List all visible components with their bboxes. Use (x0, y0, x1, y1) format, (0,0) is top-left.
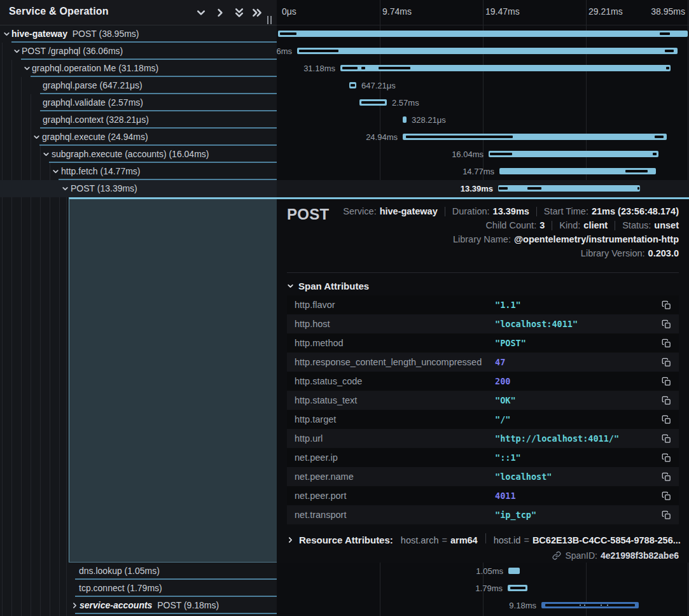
copy-icon[interactable] (662, 510, 671, 520)
attribute-value: "1.1" (495, 300, 521, 310)
resource-key: host.id (494, 535, 521, 545)
collapse-all-double-chevron-down-icon[interactable] (234, 8, 244, 18)
attribute-key: http.url (295, 433, 323, 444)
tree-row-service-accounts-post[interactable]: service-accounts POST (9.18ms) (0, 597, 277, 614)
copy-icon[interactable] (662, 434, 671, 444)
tree-row-graphql-context[interactable]: graphql.context (328.21μs) (0, 111, 277, 129)
expand-one-chevron-right-icon[interactable] (215, 8, 225, 18)
copy-icon[interactable] (662, 300, 671, 310)
copy-icon[interactable] (662, 358, 671, 367)
span-bar-service-accounts-post[interactable] (541, 602, 639, 608)
indent-guide (40, 146, 41, 616)
duration-label: 31.18ms (303, 64, 335, 73)
attribute-key: http.target (295, 414, 336, 424)
tree-row-graphql-validate[interactable]: graphql.validate (2.57ms) (0, 94, 277, 111)
attribute-value: "ip_tcp" (495, 510, 536, 520)
meta-line: Library Version:0.203.0 (581, 246, 679, 260)
copy-icon[interactable] (662, 396, 671, 405)
child-span-mark (406, 136, 513, 138)
copy-icon[interactable] (662, 377, 671, 386)
chevron-down-icon[interactable] (52, 168, 59, 175)
span-bar-post-graphql[interactable] (297, 48, 678, 54)
span-bar-graphql-parse[interactable] (349, 82, 356, 88)
timeline-row-post-graphql: 36.06ms (277, 43, 689, 60)
attribute-value: 200 (495, 376, 510, 386)
span-bar-graphql-context[interactable] (403, 116, 407, 123)
selected-span-detail-region (69, 197, 277, 563)
attribute-value: "http://localhost:4011/" (495, 433, 619, 444)
tree-row-graphql-parse[interactable]: graphql.parse (647.21μs) (0, 77, 277, 94)
span-attributes-section-toggle[interactable]: Span Attributes (287, 281, 369, 291)
tree-row-subgraph-execute-accounts[interactable]: subgraph.execute (accounts) (16.04ms) (0, 146, 277, 163)
tree-row-http-fetch[interactable]: http.fetch (14.77ms) (0, 163, 277, 180)
resource-attributes-title: Resource Attributes: (299, 535, 393, 545)
copy-icon[interactable] (662, 472, 671, 482)
duration-label: 24.94ms (366, 132, 398, 142)
timeline-row-graphql-validate: 2.57ms (277, 94, 689, 111)
tree-row-dns-lookup[interactable]: dns.lookup (1.05ms) (0, 563, 277, 580)
meta-label: Start Time: (544, 206, 588, 216)
span-bar-tcp-connect[interactable] (508, 585, 527, 591)
child-span-mark (527, 187, 541, 190)
meta-value: 3 (539, 220, 545, 230)
span-bar-dns-lookup[interactable] (508, 568, 520, 574)
span-label: graphql.validate (2.57ms) (43, 97, 143, 108)
copy-icon[interactable] (662, 491, 671, 501)
span-bar-graphql-validate[interactable] (359, 99, 387, 106)
attribute-row-net.transport: net.transport"ip_tcp" (287, 505, 679, 524)
attribute-value: "OK" (495, 395, 516, 405)
expand-all-double-chevron-right-icon[interactable] (252, 8, 262, 18)
span-label: graphql.parse (647.21μs) (43, 80, 143, 90)
tree-row-tcp-connect[interactable]: tcp.connect (1.79ms) (0, 580, 277, 597)
child-span-mark (499, 187, 508, 190)
copy-icon[interactable] (662, 319, 671, 329)
tree-row-post-selected[interactable]: POST (13.39ms) (0, 180, 277, 197)
chevron-down-icon[interactable] (3, 31, 10, 38)
span-bar-graphql-execute[interactable] (403, 134, 667, 140)
event-dot (584, 605, 585, 606)
child-span-mark (666, 67, 669, 69)
span-bar-graphql-operation-me[interactable] (340, 65, 671, 71)
span-title: POST (287, 206, 330, 223)
resource-attributes-section-toggle[interactable]: Resource Attributes: host.arch=arm64host… (287, 533, 681, 546)
meta-separator (552, 221, 552, 230)
chevron-down-icon[interactable] (43, 151, 50, 158)
link-icon[interactable] (552, 551, 561, 560)
copy-icon[interactable] (662, 453, 671, 463)
chevron-down-icon[interactable] (13, 48, 20, 55)
span-label: POST (13.39ms) (71, 183, 137, 193)
timeline-row-tcp-connect: 1.79ms (277, 580, 689, 597)
chevron-down-icon[interactable] (62, 185, 69, 192)
chevron-down-icon[interactable] (24, 65, 31, 72)
span-bar-subgraph-execute-accounts[interactable] (489, 151, 658, 157)
tree-row-graphql-operation-me[interactable]: graphql.operation Me (31.18ms) (0, 60, 277, 77)
child-span-mark (490, 153, 512, 155)
panel-resize-handle[interactable] (267, 16, 273, 24)
copy-icon[interactable] (662, 339, 671, 348)
span-id-value: 4e21998f3b82abe6 (601, 550, 679, 561)
duration-label: 1.05ms (476, 566, 503, 576)
timeline-row-service-accounts-post: 9.18ms (277, 597, 689, 614)
chevron-right-icon[interactable] (71, 602, 78, 609)
timeline-panel: 0μs9.74ms19.47ms29.21ms38.95ms 36.06ms31… (277, 0, 689, 616)
attribute-value: "POST" (495, 338, 526, 348)
tree-row-hive-gateway-post[interactable]: hive-gateway POST (38.95ms) (0, 25, 277, 43)
meta-separator (445, 207, 445, 216)
tree-row-graphql-execute[interactable]: graphql.execute (24.94ms) (0, 129, 277, 146)
chevron-down-icon[interactable] (33, 134, 40, 141)
attribute-row-net.peer.ip: net.peer.ip"::1" (287, 448, 679, 467)
span-bar-http-fetch[interactable] (499, 168, 656, 174)
collapse-one-chevron-down-icon[interactable] (196, 8, 206, 18)
attribute-key: net.peer.ip (295, 452, 338, 463)
equals-sign: = (524, 535, 529, 545)
duration-label: 36.06ms (277, 46, 292, 56)
duration-label: 2.57ms (392, 98, 419, 108)
meta-line: Child Count:3Kind:clientStatus:unset (485, 218, 679, 232)
meta-label: Library Version: (581, 248, 645, 258)
copy-icon[interactable] (662, 415, 671, 424)
meta-value: client (583, 220, 608, 230)
tree-row-post-graphql[interactable]: POST /graphql (36.06ms) (0, 43, 277, 60)
indent-guide (66, 197, 67, 616)
span-bar-post-selected[interactable] (498, 185, 640, 192)
span-bar-hive-gateway-post[interactable] (278, 31, 688, 37)
